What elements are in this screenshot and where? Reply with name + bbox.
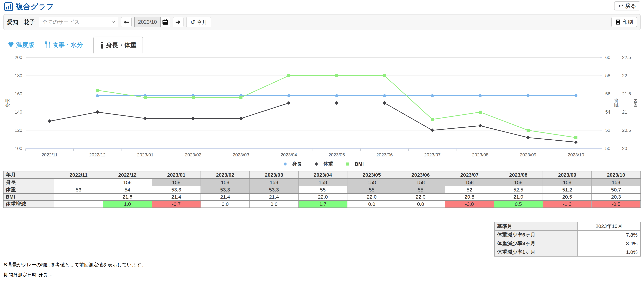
table-cell: 158 (103, 179, 152, 186)
service-select[interactable]: 全てのサービス (38, 17, 118, 27)
summary-row: 基準月2023年10月 (494, 222, 640, 230)
summary-row: 体重減少率6ヶ月7.8% (494, 230, 640, 239)
back-button[interactable]: ↩ 戻る (614, 1, 640, 10)
table-cell: 52.5 (494, 186, 543, 194)
svg-text:20.5: 20.5 (622, 128, 631, 133)
tab-height-weight[interactable]: 身長・体重 (93, 36, 143, 54)
table-cell (54, 200, 103, 208)
table-cell: -0.7 (152, 200, 201, 208)
table-row: 体重増減1.0-0.70.00.01.70.00.0-3.00.5-1.3-0.… (4, 200, 640, 208)
table-month-header: 2022/12 (103, 171, 152, 179)
svg-text:2023/05: 2023/05 (328, 152, 345, 158)
legend-item-体重[interactable]: 体重 (312, 161, 333, 168)
table-cell: 158 (494, 179, 543, 186)
table-month-header: 2023/06 (396, 171, 445, 179)
tab-meal-hydration[interactable]: 食事・水分 (45, 41, 83, 49)
table-cell: 0.0 (201, 200, 250, 208)
table-month-header: 2023/10 (592, 171, 640, 179)
rotate-left-icon: ↺ (190, 19, 195, 25)
table-month-header: 2023/05 (347, 171, 396, 179)
table-cell: 21.4 (201, 194, 250, 200)
svg-text:20: 20 (622, 146, 627, 151)
table-month-header: 2023/08 (494, 171, 543, 179)
measurements-table-wrap: 年月2022/112022/122023/012023/022023/03202… (3, 171, 641, 208)
next-month-button[interactable] (173, 17, 184, 27)
summary-label: 基準月 (494, 222, 578, 230)
table-cell: 53.3 (152, 186, 201, 194)
table-cell: 158 (250, 179, 298, 186)
table-cell: 1.7 (298, 200, 347, 208)
header: 複合グラフ ↩ 戻る (0, 0, 644, 12)
legend-label: BMI (355, 161, 364, 167)
arrow-left-icon (124, 20, 129, 24)
table-cell: -1.3 (543, 200, 592, 208)
patient-name: 愛知 花子 (7, 18, 35, 26)
table-cell: 158 (592, 179, 640, 186)
table-cell: 52 (445, 186, 494, 194)
table-cell (54, 179, 103, 186)
prev-month-button[interactable] (121, 17, 132, 27)
svg-text:2023/01: 2023/01 (137, 152, 154, 158)
undo-arrow-icon: ↩ (618, 3, 623, 9)
legend-label: 体重 (323, 161, 333, 168)
svg-text:22.5: 22.5 (622, 55, 631, 60)
arrow-right-icon (176, 20, 181, 24)
table-row: 身長158158158158158158158158158158158 (4, 179, 640, 186)
table-row-label: 体重 (4, 186, 54, 194)
tab-temperature[interactable]: ♥ 温度版 (8, 41, 34, 49)
table-cell: 158 (347, 179, 396, 186)
svg-text:60: 60 (605, 55, 610, 60)
table-cell: 21.4 (152, 194, 201, 200)
legend-item-BMI[interactable]: BMI (343, 161, 364, 167)
table-cell: 21.0 (494, 194, 543, 200)
month-input[interactable]: 2023/10 (135, 17, 160, 27)
svg-text:2022/12: 2022/12 (89, 152, 106, 158)
table-cell: -0.5 (592, 200, 640, 208)
table-cell: 53 (54, 186, 103, 194)
svg-text:140: 140 (15, 110, 22, 114)
table-cell: 21.6 (103, 194, 152, 200)
tab-bar: ♥ 温度版 食事・水分 (0, 37, 644, 53)
table-cell: 158 (396, 179, 445, 186)
summary-row: 体重減少率3ヶ月3.4% (494, 239, 640, 248)
svg-text:2023/02: 2023/02 (185, 152, 201, 158)
print-button[interactable]: 印刷 (611, 17, 637, 27)
svg-text:50: 50 (605, 146, 610, 151)
summary-wrap: 基準月2023年10月体重減少率6ヶ月7.8%体重減少率3ヶ月3.4%体重減少率… (0, 222, 641, 256)
chart-legend: 身長体重BMI (3, 160, 641, 168)
svg-text:2023/07: 2023/07 (424, 152, 440, 158)
table-row: BMI21.621.421.421.422.022.022.020.821.02… (4, 194, 640, 200)
table-row-label: 身長 (4, 179, 54, 186)
svg-text:54: 54 (605, 110, 610, 114)
table-month-header: 2023/03 (250, 171, 298, 179)
bar-chart-icon (4, 2, 13, 11)
summary-label: 体重減少率3ヶ月 (494, 239, 578, 248)
table-cell: 1.0 (103, 200, 152, 208)
table-cell: -3.0 (445, 200, 494, 208)
summary-label: 体重減少率6ヶ月 (494, 230, 578, 239)
legend-item-身長[interactable]: 身長 (280, 161, 302, 168)
summary-value: 1.0% (578, 248, 640, 256)
table-cell: 0.5 (494, 200, 543, 208)
table-month-header: 2023/04 (298, 171, 347, 179)
composite-graph-page: 複合グラフ ↩ 戻る 愛知 花子 全てのサービス 2023/10 (0, 0, 644, 282)
calendar-icon (162, 19, 168, 25)
printer-icon (615, 20, 621, 24)
table-cell: 22.0 (347, 194, 396, 200)
date-group: 2023/10 (134, 17, 170, 27)
table-cell: 22.0 (298, 194, 347, 200)
table-month-header: 2023/01 (152, 171, 201, 179)
svg-text:200: 200 (15, 55, 22, 60)
calendar-button[interactable] (160, 17, 170, 27)
utensils-icon (45, 42, 50, 48)
summary-value: 2023年10月 (578, 222, 640, 230)
table-cell: 54 (103, 186, 152, 194)
svg-text:2023/09: 2023/09 (520, 152, 536, 158)
svg-text:56: 56 (605, 91, 610, 96)
svg-text:21: 21 (622, 110, 627, 114)
table-cell: 22.0 (396, 194, 445, 200)
this-month-button[interactable]: ↺ 今月 (186, 17, 211, 27)
footnotes: ※背景がグレーの欄は参考値として前回測定値を表示しています。期間外測定日時 身長… (4, 262, 644, 282)
svg-text:2023/08: 2023/08 (472, 152, 488, 158)
legend-marker-circle (280, 162, 290, 166)
